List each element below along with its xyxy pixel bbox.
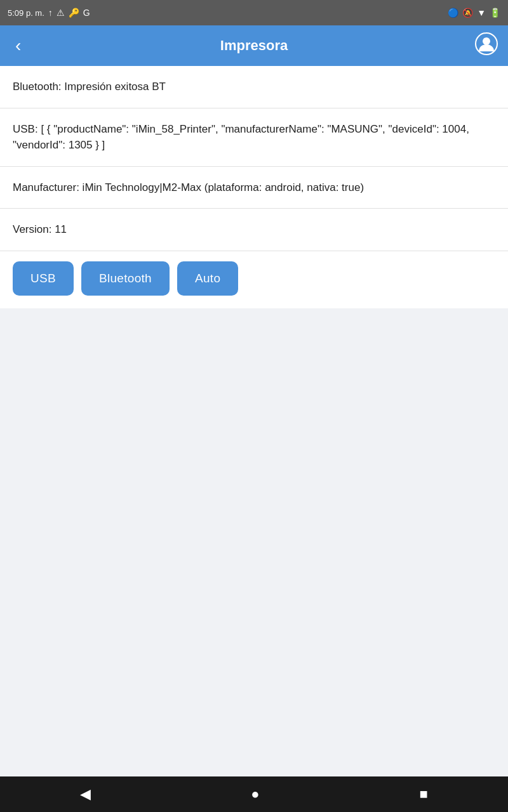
status-bar: 5:09 p. m. ↑ ⚠ 🔑 G 🔵 🔕 ▼ 🔋: [0, 0, 508, 25]
svg-point-1: [483, 37, 490, 45]
bluetooth-status-row: Bluetooth: Impresión exitosa BT: [0, 66, 508, 108]
key-icon: 🔑: [69, 8, 79, 18]
auto-button[interactable]: Auto: [177, 261, 238, 296]
nav-recent-button[interactable]: ■: [404, 781, 443, 808]
back-button[interactable]: ‹: [10, 34, 26, 57]
manufacturer-info-text: Manufacturer: iMin Technology|M2-Max (pl…: [13, 181, 364, 193]
mute-icon: 🔕: [462, 8, 473, 18]
status-bar-right: 🔵 🔕 ▼ 🔋: [448, 8, 500, 18]
bluetooth-status-text: Bluetooth: Impresión exitosa BT: [13, 81, 166, 93]
info-card: Bluetooth: Impresión exitosa BT USB: [ {…: [0, 66, 508, 308]
account-icon: [475, 32, 498, 55]
battery-icon: 🔋: [490, 8, 500, 18]
usb-info-text: USB: [ { "productName": "iMin_58_Printer…: [13, 123, 469, 152]
page-title: Impresora: [220, 37, 288, 54]
g-icon: G: [83, 8, 90, 18]
usb-info-row: USB: [ { "productName": "iMin_58_Printer…: [0, 108, 508, 167]
bluetooth-button[interactable]: Bluetooth: [81, 261, 170, 296]
time-label: 5:09 p. m.: [8, 8, 44, 18]
account-button[interactable]: [475, 32, 498, 60]
bluetooth-icon: 🔵: [448, 8, 458, 18]
status-bar-left: 5:09 p. m. ↑ ⚠ 🔑 G: [8, 8, 90, 18]
version-info-text: Version: 11: [13, 223, 67, 235]
usb-button[interactable]: USB: [13, 261, 74, 296]
warning-icon: ⚠: [57, 8, 65, 18]
wifi-icon: ▼: [477, 8, 486, 18]
version-info-row: Version: 11: [0, 209, 508, 251]
app-bar: ‹ Impresora: [0, 25, 508, 66]
nav-bar: ◀ ● ■: [0, 776, 508, 812]
manufacturer-info-row: Manufacturer: iMin Technology|M2-Max (pl…: [0, 167, 508, 209]
action-buttons-row: USB Bluetooth Auto: [0, 251, 508, 308]
upload-icon: ↑: [48, 8, 53, 18]
content-area: Bluetooth: Impresión exitosa BT USB: [ {…: [0, 66, 508, 776]
nav-back-button[interactable]: ◀: [65, 781, 106, 808]
nav-home-button[interactable]: ●: [236, 781, 274, 808]
